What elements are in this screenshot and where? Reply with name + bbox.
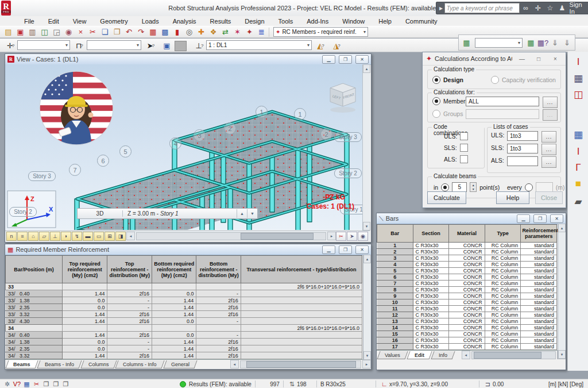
view-cube[interactable]: LEFT FRONT [330,83,355,113]
load-case-icon[interactable]: ⊥? [194,40,206,51]
delete-icon[interactable]: × [75,26,87,37]
members-radio[interactable] [432,97,440,105]
reinf-restore-button[interactable]: ❐ [339,245,352,254]
download-story-icon[interactable]: ⇓ [549,37,561,48]
calculations-dialog-titlebar[interactable]: ✦ Calculations According to ACI ... — □ … [423,52,566,66]
bars-column-header[interactable]: Material [449,225,485,243]
cut-plane-icon[interactable]: ✂ [336,232,346,241]
reinf-table-row[interactable]: 33/ 1.38 0.0 - 1.44 2f16 [6,297,362,304]
menu-item[interactable]: Design [238,18,271,25]
scroll-down-icon[interactable]: ▾ [363,222,370,231]
points-stepper[interactable]: ▲▼ [470,182,477,192]
verification-icon[interactable]: V? [12,381,22,388]
level-down-button[interactable]: ▼ [247,209,257,218]
reinf-column-header[interactable]: Top reinforcement - distribution (My) [107,256,152,283]
lock-results-icon[interactable]: ▮ [171,26,183,37]
current-section[interactable]: B R30x25 [320,381,372,387]
bars-restore-button[interactable]: ❐ [533,214,547,223]
pointer-help-icon[interactable]: ✢ [532,2,544,14]
layers-display-icon[interactable]: ◨ [115,232,126,241]
paste-icon[interactable]: ❐ [111,26,123,37]
bars-table-row[interactable]: 12 C R30x30 CONCR RC Column standard [377,312,557,318]
bars-table-row[interactable]: 9 C R30x30 CONCR RC Column standard [377,293,557,299]
bars-table-row[interactable]: 15 C R30x30 CONCR RC Column standard [377,331,557,337]
reinf-column-header[interactable]: Transversal reinforcement - type/distrib… [241,256,362,283]
sls-cases-input[interactable]: 1to3 [507,144,538,153]
bar-numbers-icon[interactable]: ⌂ [28,232,38,241]
menu-item[interactable]: Results [203,18,238,25]
render-icon[interactable]: ✶ [231,26,243,37]
layout-selector-combo[interactable]: ✦RC Members - required reinf. ▾ [273,27,368,37]
download-all-icon[interactable]: ⇓ [561,37,573,48]
zoom-icon[interactable]: ◎ [183,26,195,37]
calculator-icon[interactable]: ▦ [147,26,159,37]
favorites-star-icon[interactable]: ☆ [544,2,556,14]
reinf-column-header[interactable]: Top required reinforcement (My) (cm2) [62,256,107,283]
every-distance-radio[interactable] [525,183,533,191]
bars-tab[interactable]: Edit [407,351,432,359]
user-icon[interactable]: ♟ [556,2,568,14]
shading-icon[interactable]: ◉ [358,232,368,241]
calculation-results-icon[interactable]: ▩ [159,26,171,37]
save-icon[interactable]: ▣ [14,26,26,37]
bars-panel-titlebar[interactable]: ⟍ Bars ▁ ❐ ✕ [377,213,566,224]
reinf-minimize-button[interactable]: ▁ [322,245,335,254]
sls-cases-browse-button[interactable]: ... [541,144,556,155]
bars-tab[interactable]: Values [377,351,408,359]
case-view-b-icon[interactable]: ◮? [331,40,343,51]
wrench-icon[interactable]: ✦ [243,26,256,37]
points-input[interactable]: 5 [452,182,467,192]
reinf-vscrollbar[interactable]: ▴ ▾ [363,255,371,360]
bars-table-row[interactable]: 17 C R30x30 CONCR RC Column standard [377,344,557,350]
bars-column-header[interactable]: Section [413,225,449,243]
reinf-table-row[interactable]: 34/ 1.38 0.0 - 1.44 2f16 [6,339,362,345]
node-selection-combo[interactable]: ▾ [17,40,70,50]
bars-minimize-button[interactable]: ▁ [517,214,530,223]
members-browse-button[interactable]: ... [543,97,558,108]
hscroll-left-icon[interactable]: ◂ [126,232,135,240]
bars-hscrollbar[interactable] [471,351,556,359]
uls-cases-browse-button[interactable]: ... [541,131,556,143]
viewport-vscrollbar[interactable]: ▴ ▾ [362,64,370,231]
menu-item[interactable]: Add-Ins [300,18,335,25]
reinforcement-tab[interactable]: Columns - Info [115,360,165,368]
sections-display-icon[interactable]: ◗ [61,232,71,241]
display-blocks-icon[interactable]: ▦ [22,381,32,388]
pick-selection-icon[interactable]: ➤? [145,40,157,51]
bars-hscroll-left-icon[interactable]: ◂ [462,351,470,359]
bar-selection-icon[interactable]: ⊓? [74,40,86,51]
beam-section-icon[interactable]: I [571,145,586,159]
als-combination-checkbox[interactable] [460,155,468,163]
arrange-windows-icon[interactable]: ❐ [61,381,71,388]
sign-in-button[interactable]: Sign In [570,1,588,15]
member-design-icon[interactable]: ◫ [571,87,586,101]
search-back-icon[interactable]: ▸ [438,2,444,14]
reinf-table-row[interactable]: 34/ 0.40 1.44 2f16 0.0 - [6,332,362,339]
story-combo[interactable]: ▾ [475,38,523,48]
building-view-icon[interactable]: ▦ [525,37,537,48]
panel-properties-icon[interactable]: ▦ [571,71,586,85]
copy-icon[interactable]: ❏ [99,26,111,37]
fly-mode-icon[interactable]: ➤ [347,232,357,241]
selection-window-icon[interactable]: ▣ [161,40,173,51]
reinf-table-row[interactable]: 34 2f6 9*16.0+10*16.0+9*16.0 [6,325,362,332]
view-restore-button[interactable]: ❐ [339,55,352,64]
view-panel-titlebar[interactable]: R View - Cases: 1 (DL1) ▁ ❐ ✕ [5,54,371,65]
reinf-hscrollbar[interactable] [240,360,361,368]
bars-table-row[interactable]: 10 C R30x30 CONCR RC Column standard [377,299,557,306]
print-preview-icon[interactable]: ◲ [51,26,63,37]
case-view-a-icon[interactable]: ◭? [315,40,327,51]
als-cases-browse-button[interactable]: ... [541,156,556,168]
reinf-table-row[interactable]: 34/ 2.35 0.0 - 1.44 2f16 [6,345,362,352]
refresh-icon[interactable]: ⇄ [219,26,231,37]
bars-vscrollbar[interactable]: ▴ ▾ [558,224,566,359]
bars-table-row[interactable]: 1 C R30x30 CONCR RC Column standard [377,243,557,249]
binoculars-icon[interactable]: ∞ [520,2,532,14]
members-input[interactable]: ALL [466,97,539,106]
level-up-button[interactable]: ▲ [237,209,247,218]
open-icon[interactable]: ▤ [2,26,14,37]
reinforcement-tab[interactable]: Beams - Info [37,360,82,368]
bars-scroll-up-icon[interactable]: ▴ [558,224,566,232]
reinf-table-row[interactable]: 33/ 4.30 1.44 2f16 0.0 - [6,318,362,325]
bar-selection-combo[interactable]: ▾ [87,40,141,50]
